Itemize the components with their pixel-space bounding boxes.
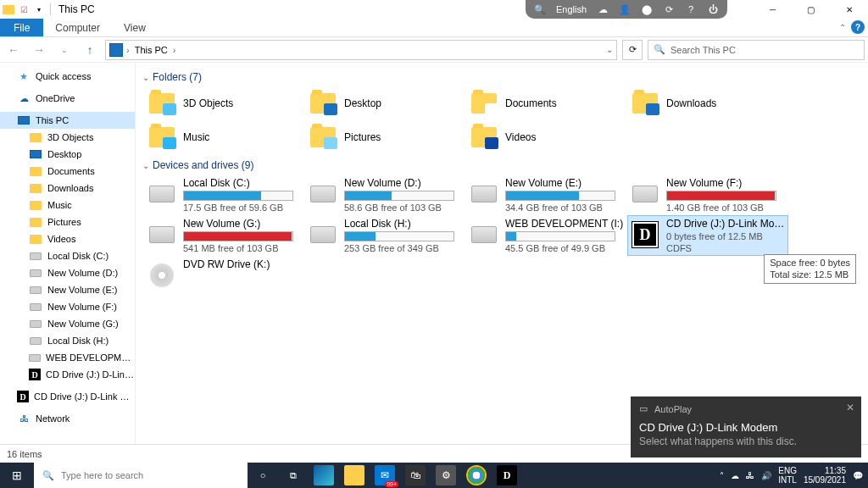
- taskbar-app-settings[interactable]: ⚙: [431, 463, 461, 488]
- tab-computer[interactable]: Computer: [43, 19, 112, 36]
- address-dropdown-icon[interactable]: ⌄: [606, 45, 613, 54]
- taskbar-app-explorer[interactable]: [339, 463, 370, 488]
- sidebar-item[interactable]: WEB DEVELOPMENT (I:): [0, 349, 135, 366]
- up-button[interactable]: ↑: [80, 40, 100, 60]
- sidebar-item-quick-access[interactable]: ★ Quick access: [0, 68, 135, 85]
- drive-tile[interactable]: DVD RW Drive (K:): [144, 256, 305, 297]
- minimize-button[interactable]: ─: [754, 0, 792, 19]
- sidebar-item[interactable]: Videos: [0, 230, 135, 247]
- sidebar-item-network[interactable]: 🖧 Network: [0, 410, 135, 427]
- item-icon: [29, 334, 42, 347]
- autoplay-toast[interactable]: ▭ AutoPlay ✕ CD Drive (J:) D-Link Modem …: [631, 396, 861, 458]
- chevron-right-icon[interactable]: ›: [126, 45, 130, 55]
- sidebar-item[interactable]: Pictures: [0, 214, 135, 230]
- tray-network-icon[interactable]: 🖧: [746, 471, 754, 480]
- taskbar-app-edge[interactable]: [309, 463, 339, 488]
- ribbon-collapse-icon[interactable]: ⌃: [839, 23, 846, 32]
- search-input[interactable]: 🔍 Search This PC: [648, 40, 865, 60]
- drive-tile[interactable]: New Volume (G:)541 MB free of 103 GB: [144, 215, 305, 256]
- sidebar-item[interactable]: Music: [0, 197, 135, 214]
- tray-clock[interactable]: 11:35 15/09/2021: [804, 466, 846, 485]
- tray-onedrive-icon[interactable]: ☁: [731, 471, 739, 480]
- section-drives[interactable]: ⌄ Devices and drives (9): [142, 159, 860, 171]
- folder-tile[interactable]: Desktop: [305, 86, 466, 120]
- qat-dropdown-icon[interactable]: ▾: [32, 3, 46, 16]
- item-icon: [29, 266, 42, 280]
- sidebar-item[interactable]: New Volume (E:): [0, 281, 135, 298]
- section-label: Folders (7): [153, 71, 202, 83]
- section-folders[interactable]: ⌄ Folders (7): [142, 71, 860, 83]
- drive-tile[interactable]: New Volume (F:)1.40 GB free of 103 GB: [627, 175, 788, 215]
- sidebar-item[interactable]: New Volume (D:): [0, 264, 135, 281]
- folder-tile[interactable]: Downloads: [627, 86, 788, 120]
- taskbar-app-chrome[interactable]: [461, 463, 492, 488]
- pc-icon: [17, 114, 31, 127]
- drive-tile[interactable]: DCD Drive (J:) D-Link Modem0 bytes free …: [627, 215, 788, 256]
- sidebar-item[interactable]: New Volume (F:): [0, 298, 135, 315]
- sidebar-item-onedrive[interactable]: ☁ OneDrive: [0, 90, 135, 107]
- sidebar-item[interactable]: Local Disk (H:): [0, 332, 135, 349]
- task-view-button[interactable]: ⧉: [278, 463, 309, 488]
- breadcrumb[interactable]: This PC: [133, 45, 170, 55]
- file-tab[interactable]: File: [0, 19, 43, 36]
- start-button[interactable]: ⊞: [0, 463, 34, 488]
- tray-notifications-icon[interactable]: 💬: [853, 471, 863, 480]
- refresh-icon[interactable]: ⟳: [663, 3, 675, 15]
- folder-tile[interactable]: Videos: [466, 120, 627, 154]
- sidebar-item-cd-drive[interactable]: D CD Drive (J:) D-Link Modem: [0, 388, 135, 405]
- drive-tile[interactable]: WEB DEVELOPMENT (I:)45.5 GB free of 49.9…: [466, 215, 627, 256]
- taskbar-search[interactable]: 🔍 Type here to search: [34, 463, 248, 488]
- sidebar-item[interactable]: Desktop: [0, 146, 135, 163]
- titlebar: ☑ ▾ This PC 🔍 English ☁ 👤 ⬤ ⟳ ? ⏻ ─ ▢ ✕: [0, 0, 868, 19]
- section-label: Devices and drives (9): [153, 159, 253, 171]
- toast-close-button[interactable]: ✕: [846, 402, 854, 413]
- sidebar-item[interactable]: New Volume (G:): [0, 315, 135, 332]
- drive-usage-bar: [183, 231, 293, 241]
- sidebar-item[interactable]: 3D Objects: [0, 129, 135, 146]
- drive-icon: [147, 261, 176, 290]
- back-button[interactable]: ←: [3, 40, 24, 60]
- taskbar-app-dlink[interactable]: D: [492, 463, 522, 488]
- language-text: English: [556, 4, 587, 14]
- cloud-icon[interactable]: ☁: [597, 3, 609, 15]
- tray-language[interactable]: ENG INTL: [778, 466, 797, 485]
- recent-dropdown[interactable]: ⌄: [54, 40, 75, 60]
- refresh-button[interactable]: ⟳: [622, 40, 643, 60]
- folder-tile[interactable]: Pictures: [305, 120, 466, 154]
- person-icon[interactable]: 👤: [619, 3, 631, 15]
- drive-free-text: 253 GB free of 349 GB: [344, 243, 463, 253]
- sidebar-item-label: Quick access: [36, 71, 91, 81]
- folder-tile[interactable]: Music: [144, 120, 305, 154]
- cortana-button[interactable]: ○: [248, 463, 278, 488]
- sidebar-item[interactable]: Downloads: [0, 180, 135, 197]
- drive-tile[interactable]: Local Disk (H:)253 GB free of 349 GB: [305, 215, 466, 256]
- tab-view[interactable]: View: [112, 19, 158, 36]
- sidebar-item[interactable]: Local Disk (C:): [0, 247, 135, 264]
- sidebar-item-this-pc[interactable]: This PC: [0, 112, 135, 129]
- sidebar-item[interactable]: Documents: [0, 163, 135, 180]
- language-bar[interactable]: 🔍 English ☁ 👤 ⬤ ⟳ ? ⏻: [526, 0, 727, 19]
- tray-volume-icon[interactable]: 🔊: [761, 471, 771, 480]
- maximize-button[interactable]: ▢: [792, 0, 830, 19]
- taskbar-app-store[interactable]: 🛍: [400, 463, 431, 488]
- sidebar-item-label: Local Disk (H:): [47, 336, 108, 346]
- chevron-right-icon[interactable]: ›: [173, 45, 176, 55]
- folder-tile[interactable]: 3D Objects: [144, 86, 305, 120]
- taskbar-app-mail[interactable]: ✉99+: [370, 463, 400, 488]
- close-button[interactable]: ✕: [830, 0, 868, 19]
- qat-props-icon[interactable]: ☑: [17, 3, 31, 16]
- globe-icon[interactable]: ⬤: [641, 3, 653, 15]
- sidebar-item[interactable]: DCD Drive (J:) D-Link Modem: [0, 366, 135, 383]
- drive-tile[interactable]: New Volume (D:)58.6 GB free of 103 GB: [305, 175, 466, 215]
- power-icon[interactable]: ⏻: [707, 3, 719, 15]
- folder-tile[interactable]: Documents: [466, 86, 627, 120]
- address-bar[interactable]: › This PC › ⌄: [105, 40, 617, 60]
- forward-button[interactable]: →: [29, 40, 49, 60]
- search-icon[interactable]: 🔍: [534, 3, 546, 15]
- item-icon: [29, 130, 42, 144]
- help-button[interactable]: ?: [851, 20, 865, 34]
- tray-chevron-icon[interactable]: ˄: [720, 471, 724, 480]
- drive-tile[interactable]: Local Disk (C:)17.5 GB free of 59.6 GB: [144, 175, 305, 215]
- drive-tile[interactable]: New Volume (E:)34.4 GB free of 103 GB: [466, 175, 627, 215]
- help-icon[interactable]: ?: [685, 3, 697, 15]
